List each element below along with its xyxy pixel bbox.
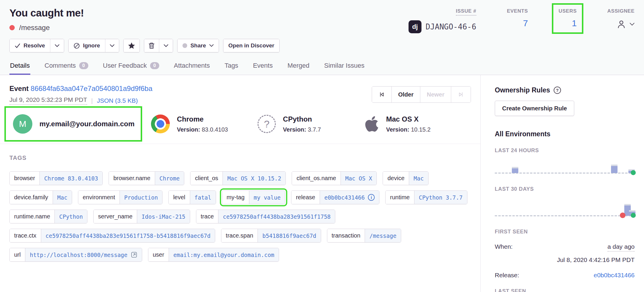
delete-dropdown-button[interactable] bbox=[159, 39, 173, 52]
delete-button[interactable] bbox=[144, 39, 159, 52]
tag-value-text: http://localhost:8000/message bbox=[30, 252, 127, 258]
newest-event-button[interactable] bbox=[451, 87, 471, 102]
spark-bar bbox=[512, 167, 518, 173]
tag-value-link[interactable]: /message bbox=[365, 229, 401, 242]
tag-value-link[interactable]: Mac OS X bbox=[341, 172, 377, 185]
tag-value-text: fatal bbox=[195, 194, 211, 201]
skip-to-oldest-icon bbox=[379, 91, 385, 98]
tab-label: Comments bbox=[44, 62, 76, 69]
tag-value-link[interactable]: email:my.email@your.domain.com bbox=[169, 248, 279, 261]
tag-key: trace bbox=[196, 210, 218, 223]
issue-number-label: ISSUE # bbox=[456, 8, 476, 16]
assignee-dropdown[interactable] bbox=[607, 19, 635, 29]
last-24-hours-chart bbox=[495, 154, 635, 177]
spark-bar bbox=[611, 165, 618, 173]
tag-value-link[interactable]: CPython 3.7.7 bbox=[414, 191, 467, 204]
ownership-rules-heading: Ownership Rules bbox=[495, 86, 550, 94]
tab-comments[interactable]: Comments0 bbox=[44, 61, 89, 75]
event-json-link[interactable]: JSON (3.5 KB) bbox=[97, 97, 138, 104]
bookmark-star-button[interactable] bbox=[124, 39, 140, 52]
open-in-discover-button[interactable]: Open in Discover bbox=[223, 39, 279, 52]
check-icon bbox=[15, 43, 20, 48]
event-timestamp: Jul 9, 2020 5:32:23 PM PDT bbox=[9, 96, 87, 105]
tag-value-text: CPython bbox=[59, 213, 83, 220]
older-event-button[interactable]: Older bbox=[391, 87, 420, 102]
ignore-dropdown-button[interactable] bbox=[105, 39, 119, 52]
version-label: Version: bbox=[386, 126, 409, 133]
help-icon[interactable]: ? bbox=[554, 87, 561, 94]
tag-value-link[interactable]: fatal bbox=[190, 191, 216, 204]
resolve-button[interactable]: Resolve bbox=[10, 39, 50, 52]
tag-value-link[interactable]: e0b0bc431466i bbox=[320, 191, 379, 204]
tag-value-link[interactable]: ce5978250aff4438ba283e91561f1758 bbox=[218, 210, 335, 223]
chart-baseline bbox=[495, 215, 635, 216]
tag-value-link[interactable]: b5418816f9aec67d bbox=[258, 229, 321, 242]
tag-value-text: CPython 3.7.7 bbox=[419, 194, 463, 201]
external-link-icon[interactable] bbox=[131, 251, 137, 258]
user-email: my.email@your.domain.com bbox=[39, 120, 135, 128]
first-seen-release-link[interactable]: e0b0bc431466 bbox=[594, 272, 635, 279]
tag-value-link[interactable]: CPython bbox=[54, 210, 87, 223]
tag-value-link[interactable]: my value bbox=[249, 191, 285, 204]
ignore-button[interactable]: Ignore bbox=[69, 39, 105, 52]
tag-value-text: Chrome bbox=[160, 175, 180, 182]
tag-key: my-tag bbox=[222, 191, 249, 204]
tags-heading: TAGS bbox=[9, 155, 471, 161]
tag-value-link[interactable]: Idos-iMac-215 bbox=[137, 210, 190, 223]
last-30-days-label: LAST 30 DAYS bbox=[495, 186, 635, 192]
events-count-link[interactable]: 7 bbox=[523, 18, 528, 28]
issue-short-id: DJANGO-46-6 bbox=[426, 22, 476, 31]
meta-separator: | bbox=[91, 97, 93, 104]
ignore-label: Ignore bbox=[83, 42, 100, 49]
django-project-icon: dj bbox=[409, 20, 421, 33]
tag-pill-device: deviceMac bbox=[383, 171, 428, 185]
oldest-event-button[interactable] bbox=[372, 87, 391, 102]
tag-value-link[interactable]: Mac bbox=[409, 172, 428, 185]
tab-user-feedback[interactable]: User Feedback0 bbox=[102, 61, 160, 75]
tag-value-link[interactable]: Production bbox=[119, 191, 162, 204]
event-label: Event bbox=[9, 84, 29, 92]
tag-key: browser bbox=[10, 172, 39, 185]
tag-pill-user: useremail:my.email@your.domain.com bbox=[148, 248, 279, 262]
tab-label: Attachments bbox=[174, 62, 210, 69]
tag-value-link[interactable]: http://localhost:8000/message bbox=[25, 248, 142, 261]
star-icon bbox=[128, 42, 135, 49]
environments-heading: All Environments bbox=[495, 130, 635, 138]
tag-pill-browser.name: browser.nameChrome bbox=[109, 171, 184, 185]
tag-value-link[interactable]: Chrome bbox=[155, 172, 184, 185]
tag-list: browserChrome 83.0.4103browser.nameChrom… bbox=[9, 171, 471, 262]
create-ownership-rule-button[interactable]: Create Ownership Rule bbox=[495, 101, 574, 116]
runtime-version: 3.7.7 bbox=[308, 126, 321, 133]
tag-value-link[interactable]: Mac bbox=[53, 191, 72, 204]
tag-pill-level: levelfatal bbox=[168, 190, 216, 204]
newer-event-button[interactable]: Newer bbox=[420, 87, 451, 102]
share-button[interactable]: Share bbox=[177, 39, 219, 52]
tag-pill-device.family: device.familyMac bbox=[9, 190, 72, 204]
tag-value-link[interactable]: Chrome 83.0.4103 bbox=[39, 172, 102, 185]
tab-label: Similar Issues bbox=[324, 62, 364, 69]
users-count-link[interactable]: 1 bbox=[572, 18, 577, 28]
tab-events[interactable]: Events bbox=[252, 61, 273, 75]
tag-value-link[interactable]: ce5978250aff4438ba283e91561f1758-b541881… bbox=[41, 229, 215, 242]
version-label: Version: bbox=[283, 126, 306, 133]
latest-marker-dot bbox=[631, 213, 636, 218]
tag-value-text: Mac bbox=[57, 194, 67, 201]
stat-assignee: ASSIGNEE bbox=[607, 8, 635, 29]
tab-similar-issues[interactable]: Similar Issues bbox=[323, 61, 365, 75]
tab-attachments[interactable]: Attachments bbox=[173, 61, 210, 75]
tag-value-text: my value bbox=[254, 194, 281, 201]
first-seen-marker-dot bbox=[620, 213, 625, 218]
resolve-dropdown-button[interactable] bbox=[50, 39, 64, 52]
tag-pill-trace.ctx: trace.ctxce5978250aff4438ba283e91561f175… bbox=[9, 229, 215, 243]
tag-value-text: Mac bbox=[414, 175, 424, 182]
issue-sidebar: Ownership Rules ? Create Ownership Rule … bbox=[480, 75, 644, 292]
tab-merged[interactable]: Merged bbox=[287, 61, 310, 75]
tag-value-link[interactable]: Mac OS X 10.15.2 bbox=[223, 172, 286, 185]
tab-tags[interactable]: Tags bbox=[224, 61, 239, 75]
first-seen-absolute: Jul 8, 2020 4:42:16 PM PDT bbox=[495, 256, 635, 263]
info-icon[interactable]: i bbox=[368, 194, 375, 201]
tab-details[interactable]: Details bbox=[9, 61, 30, 75]
tag-value-text: b5418816f9aec67d bbox=[262, 233, 316, 239]
event-id-link[interactable]: 86684fa63aa047e7a0540801a9d9f6ba bbox=[31, 84, 152, 92]
tab-count-badge: 0 bbox=[150, 62, 159, 69]
